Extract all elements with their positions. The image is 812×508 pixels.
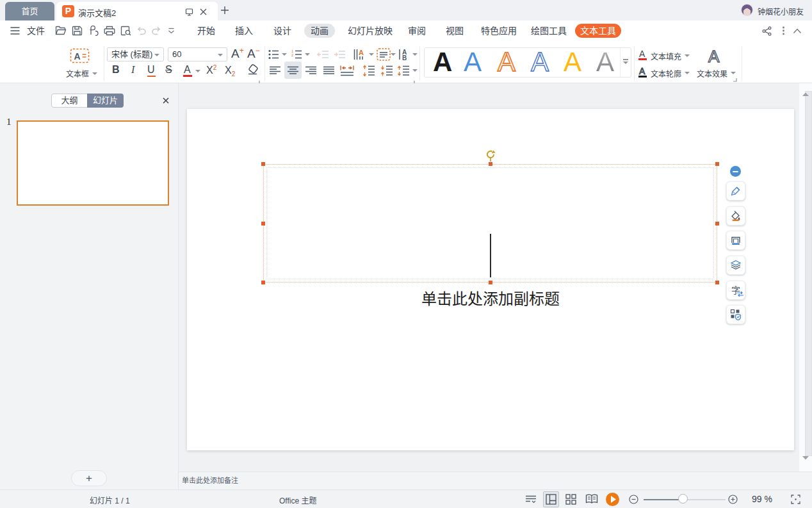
svg-text:A: A xyxy=(74,51,81,61)
svg-text:2: 2 xyxy=(291,53,294,57)
svg-text:A: A xyxy=(359,49,364,56)
svg-text:B: B xyxy=(402,54,407,61)
